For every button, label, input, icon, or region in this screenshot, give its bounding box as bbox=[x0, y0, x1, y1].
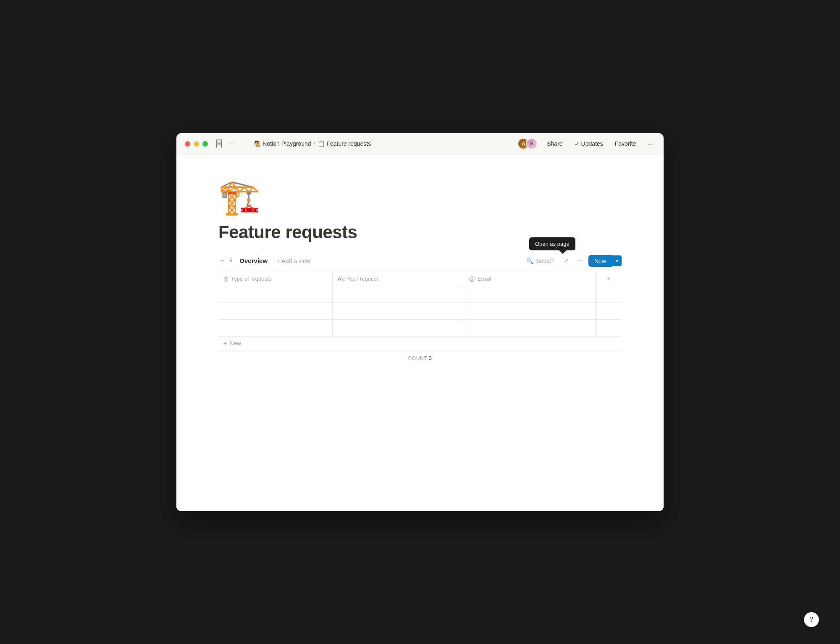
notion-playground-icon: 🧑‍🎨 bbox=[254, 140, 261, 147]
cell-type-3[interactable] bbox=[218, 319, 332, 336]
titlebar: ≡ ← → 🧑‍🎨 Notion Playground / 📋 Feature … bbox=[176, 133, 664, 155]
cell-request-2[interactable] bbox=[332, 302, 464, 319]
updates-check-icon: ✓ bbox=[575, 140, 580, 147]
page-icon: 🏗️ bbox=[218, 180, 622, 214]
new-button-group: New ▾ bbox=[588, 255, 622, 267]
search-icon: 🔍 bbox=[526, 258, 533, 264]
nav-buttons: ← → bbox=[227, 138, 249, 149]
favorite-button[interactable]: Favorite bbox=[612, 139, 639, 149]
add-row-label: New bbox=[229, 340, 241, 347]
new-record-dropdown-button[interactable]: ▾ bbox=[612, 255, 622, 266]
sidebar-toggle-button[interactable]: ≡ bbox=[216, 139, 222, 148]
cell-request-1[interactable] bbox=[332, 286, 464, 302]
cell-type-1[interactable] bbox=[218, 286, 332, 302]
col-label-type-of-requests: Type of requests bbox=[231, 276, 271, 282]
add-row-button[interactable]: + New bbox=[218, 336, 622, 350]
cell-email-3[interactable] bbox=[464, 319, 595, 336]
traffic-lights bbox=[185, 141, 208, 147]
col-header-add[interactable]: + bbox=[595, 272, 622, 286]
database-table: ◎ Type of requests Aa Your request bbox=[218, 272, 622, 336]
cell-request-3[interactable] bbox=[332, 319, 464, 336]
main-content: 🏗️ Feature requests + ⠿ Overview + Add a… bbox=[176, 155, 664, 511]
search-label: Search bbox=[536, 258, 554, 264]
status-icon: ◎ bbox=[223, 276, 228, 282]
add-view-button[interactable]: + Add a view bbox=[274, 256, 313, 266]
col-label-email: Email bbox=[478, 276, 491, 282]
feature-requests-icon: 📋 bbox=[318, 140, 325, 147]
count-label: COUNT bbox=[408, 355, 428, 361]
at-icon: @ bbox=[469, 276, 475, 282]
titlebar-actions: A B Share ✓ Updates Favorite ··· bbox=[517, 138, 655, 150]
col-header-your-request[interactable]: Aa Your request bbox=[332, 272, 464, 286]
search-button[interactable]: 🔍 Search bbox=[523, 256, 558, 266]
view-toolbar: 🔍 Search ⤢ Open as page ··· New ▾ bbox=[523, 255, 622, 267]
add-database-button[interactable]: + bbox=[218, 255, 226, 266]
view-tabs: + ⠿ Overview + Add a view 🔍 Search ⤢ Ope… bbox=[218, 255, 622, 268]
table-row[interactable] bbox=[218, 319, 622, 336]
overview-tab[interactable]: Overview bbox=[236, 255, 271, 266]
cell-type-2[interactable] bbox=[218, 302, 332, 319]
app-window: ≡ ← → 🧑‍🎨 Notion Playground / 📋 Feature … bbox=[176, 133, 664, 511]
avatar-group: A B bbox=[517, 138, 538, 150]
page-title: Feature requests bbox=[218, 222, 622, 242]
col-label-your-request: Your request bbox=[347, 276, 378, 282]
feature-requests-label: Feature requests bbox=[326, 140, 371, 147]
table-row[interactable] bbox=[218, 302, 622, 319]
col-header-email[interactable]: @ Email bbox=[464, 272, 595, 286]
avatar-2: B bbox=[526, 138, 538, 150]
cell-email-1[interactable] bbox=[464, 286, 595, 302]
breadcrumb: 🧑‍🎨 Notion Playground / 📋 Feature reques… bbox=[254, 140, 512, 147]
cell-extra-2 bbox=[595, 302, 622, 319]
forward-button[interactable]: → bbox=[239, 138, 249, 149]
open-as-page-button[interactable]: ⤢ bbox=[562, 256, 571, 265]
notion-playground-label: Notion Playground bbox=[262, 140, 311, 147]
breadcrumb-notion-playground[interactable]: 🧑‍🎨 Notion Playground bbox=[254, 140, 311, 147]
breadcrumb-separator: / bbox=[314, 140, 315, 147]
expand-icon: ⤢ bbox=[564, 258, 569, 264]
close-button[interactable] bbox=[185, 141, 190, 147]
drag-handle-icon: ⠿ bbox=[229, 258, 233, 264]
database-more-options-button[interactable]: ··· bbox=[575, 255, 585, 266]
cell-email-2[interactable] bbox=[464, 302, 595, 319]
database-section: + ⠿ Overview + Add a view 🔍 Search ⤢ Ope… bbox=[218, 255, 622, 366]
cell-extra-1 bbox=[595, 286, 622, 302]
add-row-plus-icon: + bbox=[223, 340, 227, 347]
table-row[interactable] bbox=[218, 286, 622, 302]
breadcrumb-feature-requests[interactable]: 📋 Feature requests bbox=[318, 140, 371, 147]
new-record-button[interactable]: New bbox=[588, 255, 612, 267]
text-icon: Aa bbox=[338, 276, 345, 282]
updates-button[interactable]: ✓ Updates bbox=[572, 139, 606, 149]
col-header-type-of-requests[interactable]: ◎ Type of requests bbox=[218, 272, 332, 286]
maximize-button[interactable] bbox=[202, 141, 208, 147]
more-options-button[interactable]: ··· bbox=[645, 139, 655, 149]
updates-label: Updates bbox=[581, 140, 603, 147]
table-header-row: ◎ Type of requests Aa Your request bbox=[218, 272, 622, 286]
minimize-button[interactable] bbox=[194, 141, 199, 147]
count-row: COUNT 3 bbox=[218, 350, 622, 366]
open-as-page-container: ⤢ Open as page bbox=[562, 256, 571, 265]
cell-extra-3 bbox=[595, 319, 622, 336]
back-button[interactable]: ← bbox=[227, 138, 237, 149]
add-column-icon: + bbox=[607, 276, 610, 282]
count-value: 3 bbox=[429, 355, 432, 361]
share-button[interactable]: Share bbox=[544, 139, 565, 149]
